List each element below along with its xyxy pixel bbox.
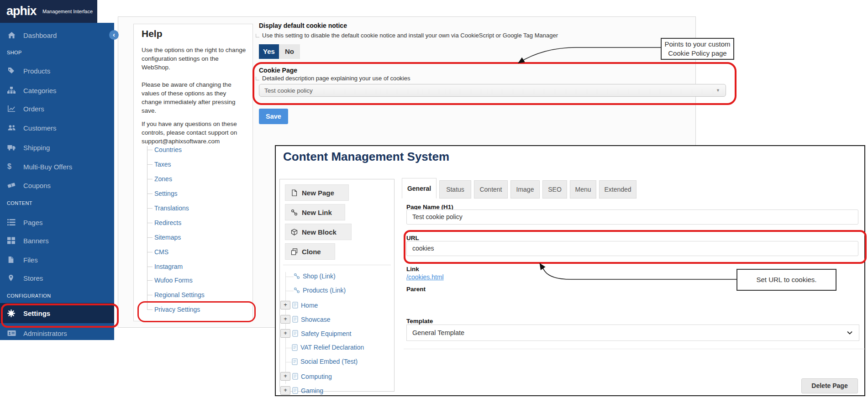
page-name-input[interactable]: Test cookie policy: [406, 209, 858, 225]
chevron-down-icon: [847, 331, 852, 335]
sidebar-item-label: Products: [23, 67, 50, 75]
help-link-regional-settings[interactable]: Regional Settings: [154, 291, 205, 298]
clone-button[interactable]: Clone: [285, 243, 335, 260]
help-link-taxes[interactable]: Taxes: [154, 161, 171, 168]
help-link-privacy-settings[interactable]: Privacy Settings: [154, 306, 200, 313]
tree-item-computing[interactable]: + Computing: [280, 372, 332, 381]
page-icon: [292, 302, 298, 309]
new-block-button[interactable]: New Block: [285, 224, 352, 240]
help-link-wufoo-forms[interactable]: Wufoo Forms: [154, 277, 193, 284]
tree-item-shop-link[interactable]: Shop (Link): [294, 272, 336, 280]
screen: aphix Management Interface Dashboard SHO…: [0, 0, 868, 398]
sidebar-item-customers[interactable]: Customers: [0, 119, 114, 137]
id-card-icon: [7, 330, 17, 337]
tree-item-gaming[interactable]: + Gaming: [280, 386, 323, 395]
sidebar-item-files[interactable]: Files: [0, 251, 114, 269]
help-link-zones[interactable]: Zones: [154, 175, 172, 183]
help-link-instagram[interactable]: Instagram: [154, 263, 183, 270]
gear-icon: [7, 309, 17, 317]
clone-icon: [291, 248, 298, 255]
cookie-page-select[interactable]: Test cookie policy ▼: [259, 84, 726, 97]
expand-icon[interactable]: +: [280, 301, 290, 309]
link-icon: [294, 287, 300, 293]
tree-item-showcase[interactable]: + Showcase: [280, 315, 331, 324]
file-icon: [7, 256, 17, 263]
help-link-cms[interactable]: CMS: [154, 248, 168, 256]
sidebar-item-coupons[interactable]: Coupons: [0, 176, 114, 194]
help-tree-line: [147, 146, 147, 309]
tab-general[interactable]: General: [402, 178, 437, 199]
divider: [283, 265, 391, 265]
help-link-sitemaps[interactable]: Sitemaps: [154, 234, 181, 241]
help-link-translations[interactable]: Translations: [154, 204, 189, 212]
cms-title: Content Management System: [283, 150, 449, 164]
sidebar-item-label: Coupons: [23, 182, 51, 189]
tree-item-safety-equipment[interactable]: + Safety Equipment: [280, 329, 352, 338]
tree-item-vat-relief-declaration[interactable]: VAT Relief Declaration: [292, 344, 364, 351]
tab-image[interactable]: Image: [510, 180, 540, 199]
page-icon: [292, 358, 298, 365]
tab-menu[interactable]: Menu: [570, 180, 596, 199]
sidebar-item-orders[interactable]: Orders: [0, 100, 114, 118]
sidebar-collapse-button[interactable]: ‹: [109, 30, 119, 40]
template-select[interactable]: General Template: [406, 325, 859, 341]
help-link-countries[interactable]: Countries: [154, 146, 182, 153]
sidebar-item-settings[interactable]: Settings: [0, 303, 114, 323]
url-input[interactable]: cookies: [406, 241, 858, 256]
expand-icon[interactable]: +: [280, 386, 290, 395]
tab-extended[interactable]: Extended: [599, 180, 637, 199]
sidebar-item-banners[interactable]: Banners: [0, 231, 114, 250]
expand-icon[interactable]: +: [280, 315, 290, 324]
indent-mark: [256, 77, 259, 80]
tab-seo[interactable]: SEO: [542, 180, 567, 199]
cookie-notice-no-button[interactable]: No: [279, 44, 300, 59]
new-page-button[interactable]: New Page: [285, 184, 349, 201]
sidebar-item-dashboard[interactable]: Dashboard: [0, 26, 114, 44]
home-icon: [7, 31, 17, 39]
sidebar-item-products[interactable]: Products: [0, 62, 114, 80]
sidebar-item-label: Files: [23, 256, 38, 264]
tab-status[interactable]: Status: [439, 180, 471, 199]
new-link-button[interactable]: New Link: [285, 204, 345, 220]
page-link[interactable]: /cookies.html: [406, 273, 444, 281]
help-link-settings[interactable]: Settings: [154, 190, 178, 197]
sidebar-item-shipping[interactable]: Shipping: [0, 138, 114, 157]
sidebar-item-stores[interactable]: Stores: [0, 269, 114, 287]
cookie-page-description: Detailed description page explaining you…: [256, 75, 410, 82]
tab-content[interactable]: Content: [474, 180, 508, 199]
sidebar-item-label: Settings: [23, 309, 50, 317]
sidebar-item-pages[interactable]: Pages: [0, 213, 114, 231]
sidebar-item-administrators[interactable]: Administrators: [0, 324, 114, 342]
dollar-icon: $: [7, 163, 17, 170]
sidebar-item-label: Banners: [23, 237, 49, 245]
tree-item-home[interactable]: + Home: [280, 301, 318, 309]
help-link-redirects[interactable]: Redirects: [154, 219, 181, 226]
page-icon: [292, 344, 298, 351]
coupon-icon: [7, 182, 17, 189]
help-paragraph: If you have any questions on these contr…: [142, 120, 247, 146]
tree-item-social-embed-test[interactable]: Social Embed (Test): [292, 358, 358, 365]
cookie-page-label: Cookie Page: [259, 67, 297, 74]
sidebar-item-label: Multi-Buy Offers: [23, 163, 72, 171]
expand-icon[interactable]: +: [280, 372, 290, 381]
line-chart-icon: [7, 105, 17, 112]
sidebar-item-label: Dashboard: [23, 31, 57, 39]
settings-save-button[interactable]: Save: [259, 109, 288, 124]
sidebar-item-categories[interactable]: Categories: [0, 81, 114, 100]
cookie-notice-description: Use this setting to disable the default …: [256, 32, 558, 39]
chevron-down-icon: ▼: [716, 84, 720, 97]
template-selected-value: General Template: [412, 329, 464, 336]
callout-set-url: Set URL to cookies.: [736, 269, 836, 291]
delete-page-button[interactable]: Delete Page: [801, 378, 858, 393]
sidebar-item-label: Shipping: [23, 144, 50, 152]
cookie-notice-yes-button[interactable]: Yes: [259, 44, 279, 59]
new-link-icon: [291, 209, 298, 216]
sidebar-item-multi-buy-offers[interactable]: $ Multi-Buy Offers: [0, 157, 114, 176]
tree-item-products-link[interactable]: Products (Link): [294, 287, 346, 294]
tree-guide-line: [285, 272, 286, 384]
url-label: URL: [406, 235, 419, 241]
expand-icon[interactable]: +: [280, 329, 290, 338]
callout-cookie-policy: Points to your custom Cookie Policy page: [661, 38, 734, 60]
sidebar: Dashboard SHOP Products Categories Order…: [0, 23, 114, 340]
brand-subtitle: Management Interface: [42, 9, 93, 14]
